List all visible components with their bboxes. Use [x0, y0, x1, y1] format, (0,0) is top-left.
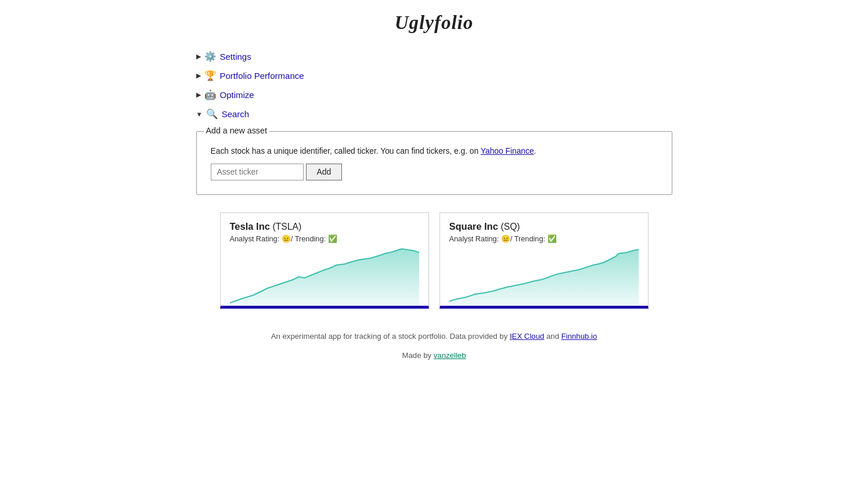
- stock-name-tsla: Tesla Inc: [230, 221, 270, 231]
- add-asset-legend: Add a new asset: [204, 126, 269, 135]
- stock-title-sq: Square Inc (SQ): [449, 221, 639, 232]
- nav-item-optimize[interactable]: ▶ 🤖 Optimize: [196, 89, 672, 100]
- footer-text: An experimental app for tracking of a st…: [271, 332, 508, 341]
- nav-link-search[interactable]: Search: [222, 109, 250, 119]
- nav-item-portfolio-performance[interactable]: ▶ 🏆 Portfolio Performance: [196, 70, 672, 81]
- nav-link-settings[interactable]: Settings: [220, 52, 251, 61]
- footer: An experimental app for tracking of a st…: [196, 332, 672, 341]
- stock-card-tsla: Tesla Inc (TSLA) Analyst Rating: 😐/ Tren…: [220, 212, 429, 309]
- nav-link-portfolio-performance[interactable]: Portfolio Performance: [220, 71, 304, 81]
- collapse-icon-portfolio: ▶: [196, 72, 201, 79]
- svg-marker-0: [230, 249, 419, 306]
- trending-tsla: ✅: [328, 234, 337, 243]
- chart-sq: [449, 248, 639, 306]
- add-asset-desc-text: Each stock has a unique identifier, call…: [211, 147, 479, 155]
- finnhub-link[interactable]: Finnhub.io: [561, 332, 597, 341]
- add-asset-description: Each stock has a unique identifier, call…: [211, 147, 658, 155]
- nav-link-optimize[interactable]: Optimize: [220, 90, 254, 100]
- stock-subtitle-tsla: Analyst Rating: 😐/ Trending: ✅: [230, 234, 419, 243]
- stock-name-sq: Square Inc: [449, 221, 498, 231]
- chart-tsla: [230, 248, 419, 306]
- stock-ticker-tsla: (TSLA): [273, 222, 302, 231]
- app-title-text: Uglyfolio: [395, 12, 473, 33]
- nav-item-search[interactable]: ▼ 🔍 Search: [196, 108, 672, 120]
- footer-and: and: [546, 332, 559, 341]
- made-by: Made by vanzelleb: [196, 351, 672, 360]
- stock-card-sq: Square Inc (SQ) Analyst Rating: 😐/ Trend…: [440, 212, 649, 309]
- collapse-icon-optimize: ▶: [196, 91, 201, 99]
- analyst-rating-tsla: 😐: [282, 234, 291, 243]
- stock-ticker-sq: (SQ): [500, 222, 520, 231]
- ticker-input[interactable]: [211, 164, 304, 180]
- iex-link[interactable]: IEX Cloud: [510, 332, 544, 341]
- robot-icon: 🤖: [204, 89, 217, 100]
- add-asset-box: Add a new asset Each stock has a unique …: [196, 131, 672, 195]
- stock-subtitle-sq: Analyst Rating: 😐/ Trending: ✅: [449, 234, 639, 243]
- analyst-rating-sq: 😐: [501, 234, 510, 243]
- collapse-icon-search: ▼: [196, 111, 203, 118]
- trending-sq: ✅: [548, 234, 557, 243]
- search-icon: 🔍: [206, 108, 218, 120]
- settings-icon: ⚙️: [204, 51, 217, 62]
- svg-marker-1: [449, 249, 639, 306]
- trophy-icon: 🏆: [204, 70, 217, 81]
- nav-list: ▶ ⚙️ Settings ▶ 🏆 Portfolio Performance …: [196, 51, 672, 120]
- app-title: Uglyfolio: [196, 12, 672, 34]
- yahoo-finance-link[interactable]: Yahoo Finance: [481, 147, 534, 155]
- stock-title-tsla: Tesla Inc (TSLA): [230, 221, 419, 232]
- made-by-text: Made by: [402, 351, 432, 360]
- nav-item-settings[interactable]: ▶ ⚙️ Settings: [196, 51, 672, 62]
- stock-cards: Tesla Inc (TSLA) Analyst Rating: 😐/ Tren…: [196, 212, 672, 309]
- add-button[interactable]: Add: [306, 164, 343, 180]
- collapse-icon-settings: ▶: [196, 53, 201, 60]
- author-link[interactable]: vanzelleb: [434, 351, 466, 360]
- add-asset-form: Add: [211, 164, 658, 180]
